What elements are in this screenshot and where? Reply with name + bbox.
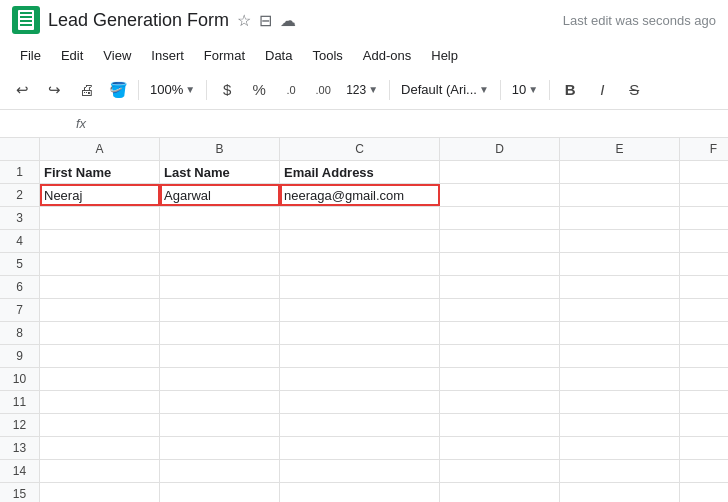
cell-b4[interactable]: [160, 230, 280, 252]
cell-c3[interactable]: [280, 207, 440, 229]
cell-f4[interactable]: [680, 230, 728, 252]
cell-b7[interactable]: [160, 299, 280, 321]
cell-f10[interactable]: [680, 368, 728, 390]
cell-d4[interactable]: [440, 230, 560, 252]
cell-b14[interactable]: [160, 460, 280, 482]
cell-c11[interactable]: [280, 391, 440, 413]
cell-a1[interactable]: First Name: [40, 161, 160, 183]
cell-d1[interactable]: [440, 161, 560, 183]
cell-a6[interactable]: [40, 276, 160, 298]
cell-f12[interactable]: [680, 414, 728, 436]
cell-e15[interactable]: [560, 483, 680, 502]
cell-f3[interactable]: [680, 207, 728, 229]
cell-d3[interactable]: [440, 207, 560, 229]
row-num-2[interactable]: 2: [0, 184, 40, 206]
italic-button[interactable]: I: [588, 76, 616, 104]
paint-format-button[interactable]: 🪣: [104, 76, 132, 104]
cell-c1[interactable]: Email Address: [280, 161, 440, 183]
col-header-e[interactable]: E: [560, 138, 680, 160]
cell-d8[interactable]: [440, 322, 560, 344]
menu-help[interactable]: Help: [423, 44, 466, 67]
cell-a4[interactable]: [40, 230, 160, 252]
row-num-1[interactable]: 1: [0, 161, 40, 183]
cell-e7[interactable]: [560, 299, 680, 321]
row-num-5[interactable]: 5: [0, 253, 40, 275]
folder-icon[interactable]: ⊟: [259, 11, 272, 30]
redo-button[interactable]: ↪: [40, 76, 68, 104]
font-size-selector[interactable]: 10 ▼: [507, 79, 543, 100]
cell-e13[interactable]: [560, 437, 680, 459]
cell-c10[interactable]: [280, 368, 440, 390]
cell-e10[interactable]: [560, 368, 680, 390]
row-num-4[interactable]: 4: [0, 230, 40, 252]
row-num-12[interactable]: 12: [0, 414, 40, 436]
menu-file[interactable]: File: [12, 44, 49, 67]
cell-a3[interactable]: [40, 207, 160, 229]
cell-d7[interactable]: [440, 299, 560, 321]
cell-b3[interactable]: [160, 207, 280, 229]
cell-f7[interactable]: [680, 299, 728, 321]
cell-a10[interactable]: [40, 368, 160, 390]
cell-f14[interactable]: [680, 460, 728, 482]
col-header-f[interactable]: F: [680, 138, 728, 160]
cell-b2[interactable]: Agarwal: [160, 184, 280, 206]
cell-a9[interactable]: [40, 345, 160, 367]
menu-data[interactable]: Data: [257, 44, 300, 67]
cell-f6[interactable]: [680, 276, 728, 298]
cell-a13[interactable]: [40, 437, 160, 459]
row-num-3[interactable]: 3: [0, 207, 40, 229]
cell-e14[interactable]: [560, 460, 680, 482]
cell-c8[interactable]: [280, 322, 440, 344]
strikethrough-button[interactable]: S: [620, 76, 648, 104]
cell-b5[interactable]: [160, 253, 280, 275]
col-header-d[interactable]: D: [440, 138, 560, 160]
cell-f5[interactable]: [680, 253, 728, 275]
cell-b8[interactable]: [160, 322, 280, 344]
menu-addons[interactable]: Add-ons: [355, 44, 419, 67]
cell-d11[interactable]: [440, 391, 560, 413]
cell-e8[interactable]: [560, 322, 680, 344]
decimal-increase-button[interactable]: .00: [309, 76, 337, 104]
currency-button[interactable]: $: [213, 76, 241, 104]
cell-c7[interactable]: [280, 299, 440, 321]
cell-c4[interactable]: [280, 230, 440, 252]
cell-e4[interactable]: [560, 230, 680, 252]
cell-c12[interactable]: [280, 414, 440, 436]
cell-b6[interactable]: [160, 276, 280, 298]
cell-e9[interactable]: [560, 345, 680, 367]
cell-d9[interactable]: [440, 345, 560, 367]
star-icon[interactable]: ☆: [237, 11, 251, 30]
cell-a7[interactable]: [40, 299, 160, 321]
cell-e3[interactable]: [560, 207, 680, 229]
cell-f11[interactable]: [680, 391, 728, 413]
row-num-10[interactable]: 10: [0, 368, 40, 390]
cell-c2[interactable]: neeraga@gmail.com: [280, 184, 440, 206]
menu-edit[interactable]: Edit: [53, 44, 91, 67]
number-format-selector[interactable]: 123 ▼: [341, 80, 383, 100]
cell-f2[interactable]: [680, 184, 728, 206]
row-num-6[interactable]: 6: [0, 276, 40, 298]
zoom-selector[interactable]: 100% ▼: [145, 79, 200, 100]
cell-a15[interactable]: [40, 483, 160, 502]
cell-f1[interactable]: [680, 161, 728, 183]
row-num-13[interactable]: 13: [0, 437, 40, 459]
cell-f8[interactable]: [680, 322, 728, 344]
cell-a8[interactable]: [40, 322, 160, 344]
cell-e11[interactable]: [560, 391, 680, 413]
cell-c15[interactable]: [280, 483, 440, 502]
cell-a11[interactable]: [40, 391, 160, 413]
undo-button[interactable]: ↩: [8, 76, 36, 104]
cell-e6[interactable]: [560, 276, 680, 298]
cell-c13[interactable]: [280, 437, 440, 459]
cell-c6[interactable]: [280, 276, 440, 298]
cell-b15[interactable]: [160, 483, 280, 502]
cell-d13[interactable]: [440, 437, 560, 459]
cell-e2[interactable]: [560, 184, 680, 206]
cell-c9[interactable]: [280, 345, 440, 367]
cell-b10[interactable]: [160, 368, 280, 390]
col-header-b[interactable]: B: [160, 138, 280, 160]
row-num-11[interactable]: 11: [0, 391, 40, 413]
cell-f13[interactable]: [680, 437, 728, 459]
row-num-14[interactable]: 14: [0, 460, 40, 482]
cell-b1[interactable]: Last Name: [160, 161, 280, 183]
